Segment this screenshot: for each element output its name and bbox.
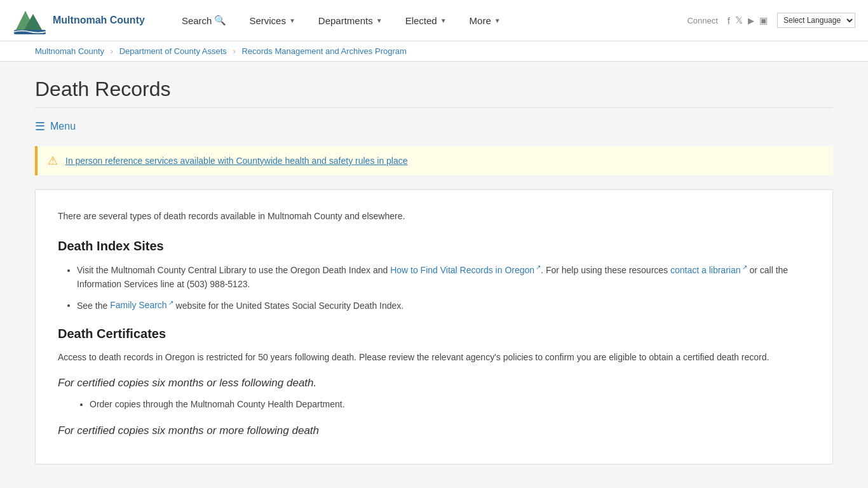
logo-icon xyxy=(13,4,48,36)
logo-link[interactable]: Multnomah County xyxy=(13,4,145,36)
page-title: Death Records xyxy=(35,78,833,108)
right-area: Connect f 𝕏 ▶ ▣ Select Language xyxy=(687,13,855,28)
nav-services[interactable]: Services ▼ xyxy=(238,0,306,41)
chevron-down-icon: ▼ xyxy=(289,17,295,24)
content-card: There are several types of death records… xyxy=(35,189,833,464)
intro-text: There are several types of death records… xyxy=(58,209,810,223)
vital-records-link[interactable]: How to Find Vital Records in Oregon xyxy=(390,265,541,275)
breadcrumb: Multnomah County › Department of County … xyxy=(0,41,868,62)
main-nav: Search 🔍 Services ▼ Departments ▼ Electe… xyxy=(170,0,512,41)
menu-label: Menu xyxy=(50,121,76,132)
death-index-list: Visit the Multnomah County Central Libra… xyxy=(58,262,810,312)
list-item: Order copies through the Multnomah Count… xyxy=(90,397,810,411)
nav-search[interactable]: Search 🔍 xyxy=(170,0,238,41)
hamburger-icon: ☰ xyxy=(35,119,45,133)
nav-departments[interactable]: Departments ▼ xyxy=(307,0,394,41)
death-index-heading: Death Index Sites xyxy=(58,239,810,254)
cert-six-months-more: For certified copies six months or more … xyxy=(58,424,810,437)
alert-link[interactable]: In person reference services available w… xyxy=(65,156,408,166)
death-cert-body: Access to death records in Oregon is res… xyxy=(58,350,810,364)
breadcrumb-sep-1: › xyxy=(111,46,113,56)
nav-departments-label: Departments xyxy=(318,15,373,26)
nav-elected[interactable]: Elected ▼ xyxy=(394,0,458,41)
death-cert-heading: Death Certificates xyxy=(58,327,810,341)
social-icons: f 𝕏 ▶ ▣ xyxy=(728,15,768,26)
chevron-down-icon: ▼ xyxy=(440,17,447,24)
language-select[interactable]: Select Language xyxy=(777,13,855,28)
chevron-down-icon: ▼ xyxy=(376,17,383,24)
search-icon: 🔍 xyxy=(214,15,226,26)
instagram-icon[interactable]: ▣ xyxy=(759,15,768,25)
facebook-icon[interactable]: f xyxy=(728,15,730,26)
twitter-icon[interactable]: 𝕏 xyxy=(735,15,743,26)
contact-librarian-link[interactable]: contact a librarian xyxy=(670,265,747,275)
breadcrumb-sep-2: › xyxy=(233,46,235,56)
nav-more[interactable]: More ▼ xyxy=(458,0,512,41)
connect-label: Connect xyxy=(687,16,717,25)
youtube-icon[interactable]: ▶ xyxy=(748,16,754,25)
main-container: Death Records ☰ Menu ⚠ In person referen… xyxy=(0,62,868,488)
list-item: See the Family Search website for the Un… xyxy=(77,298,810,313)
list-item: Visit the Multnomah County Central Libra… xyxy=(77,262,810,291)
menu-bar[interactable]: ☰ Menu xyxy=(35,119,833,133)
top-bar: Multnomah County Search 🔍 Services ▼ Dep… xyxy=(0,0,868,41)
alert-box: ⚠ In person reference services available… xyxy=(35,146,833,175)
nav-more-label: More xyxy=(470,15,491,26)
cert-six-months-less: For certified copies six months or less … xyxy=(58,377,810,390)
chevron-down-icon: ▼ xyxy=(494,17,501,24)
breadcrumb-program[interactable]: Records Management and Archives Program xyxy=(241,46,406,56)
cert-section: For certified copies six months or less … xyxy=(58,377,810,437)
nav-search-label: Search xyxy=(182,15,212,26)
warning-icon: ⚠ xyxy=(48,154,58,168)
breadcrumb-dept[interactable]: Department of County Assets xyxy=(119,46,227,56)
nav-services-label: Services xyxy=(249,15,286,26)
breadcrumb-home[interactable]: Multnomah County xyxy=(35,46,104,56)
logo-name: Multnomah County xyxy=(53,14,145,26)
nav-elected-label: Elected xyxy=(405,15,437,26)
family-search-link[interactable]: Family Search xyxy=(110,300,173,310)
cert-list-1: Order copies through the Multnomah Count… xyxy=(58,397,810,411)
